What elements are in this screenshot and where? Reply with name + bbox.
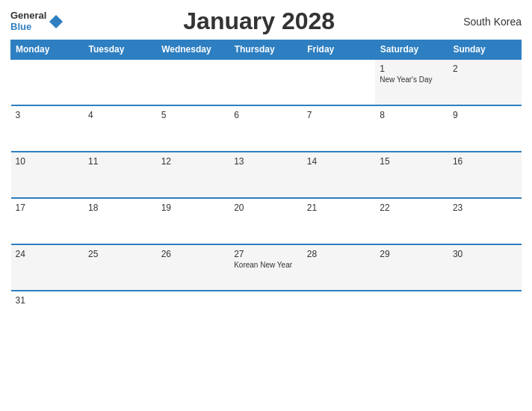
logo-general-text: General <box>10 10 46 21</box>
calendar-cell: 31 <box>11 291 84 337</box>
event-label: New Year's Day <box>380 75 444 84</box>
day-number: 24 <box>16 249 80 259</box>
calendar-cell: 3 <box>11 105 84 152</box>
calendar-cell: 1New Year's Day <box>375 59 448 105</box>
day-number: 30 <box>453 249 517 259</box>
day-number: 10 <box>16 156 80 167</box>
calendar-cell: 7 <box>303 105 376 152</box>
event-label: Korean New Year <box>234 261 298 269</box>
calendar-cell: 30 <box>448 244 522 291</box>
calendar-cell: 14 <box>303 152 376 198</box>
calendar-table: Monday Tuesday Wednesday Thursday Friday… <box>10 40 522 337</box>
day-number: 7 <box>307 110 371 120</box>
calendar-cell <box>448 291 522 337</box>
calendar-cell: 16 <box>448 152 522 198</box>
weekday-tuesday: Tuesday <box>84 40 157 60</box>
day-number: 17 <box>16 203 80 213</box>
calendar-cell <box>229 291 303 337</box>
calendar-cell: 28 <box>303 244 376 291</box>
calendar-body: 1New Year's Day2345678910111213141516171… <box>11 59 522 337</box>
day-number: 1 <box>380 64 444 74</box>
weekday-friday: Friday <box>303 40 376 60</box>
calendar-title: January 2028 <box>64 7 454 35</box>
day-number: 18 <box>88 203 152 213</box>
weekday-sunday: Sunday <box>448 40 522 60</box>
logo-blue-text: Blue <box>10 22 46 32</box>
calendar-cell: 26 <box>157 244 230 291</box>
calendar-cell: 21 <box>303 198 376 244</box>
calendar-cell: 18 <box>84 198 157 244</box>
day-number: 22 <box>380 203 444 213</box>
calendar-cell <box>375 291 448 337</box>
day-number: 2 <box>453 64 517 74</box>
calendar-cell: 10 <box>11 152 84 198</box>
calendar-cell: 20 <box>229 198 303 244</box>
calendar-cell: 12 <box>157 152 230 198</box>
calendar-cell <box>229 59 303 105</box>
day-number: 4 <box>88 110 152 120</box>
logo-icon <box>49 14 64 29</box>
weekday-saturday: Saturday <box>375 40 448 60</box>
calendar-cell <box>84 291 157 337</box>
calendar-cell: 25 <box>84 244 157 291</box>
day-number: 27 <box>234 249 298 259</box>
day-number: 3 <box>16 110 80 120</box>
calendar-cell: 23 <box>448 198 522 244</box>
day-number: 13 <box>234 156 298 167</box>
calendar-cell: 22 <box>375 198 448 244</box>
calendar-cell: 6 <box>229 105 303 152</box>
day-number: 21 <box>307 203 371 213</box>
calendar-cell: 4 <box>84 105 157 152</box>
calendar-header: General Blue January 2028 South Korea <box>10 7 522 35</box>
day-number: 26 <box>161 249 226 259</box>
day-number: 8 <box>380 110 444 120</box>
logo: General Blue <box>10 10 64 32</box>
calendar-cell <box>11 59 84 105</box>
day-number: 14 <box>307 156 371 167</box>
day-number: 29 <box>380 249 444 259</box>
calendar-container: General Blue January 2028 South Korea Mo… <box>0 0 532 411</box>
country-label: South Korea <box>454 16 522 28</box>
weekday-wednesday: Wednesday <box>157 40 230 60</box>
day-number: 23 <box>453 203 517 213</box>
calendar-cell <box>84 59 157 105</box>
calendar-cell <box>303 291 376 337</box>
day-number: 19 <box>161 203 226 213</box>
day-number: 20 <box>234 203 298 213</box>
calendar-header-row: Monday Tuesday Wednesday Thursday Friday… <box>11 40 522 60</box>
day-number: 25 <box>88 249 152 259</box>
weekday-thursday: Thursday <box>229 40 303 60</box>
calendar-cell: 8 <box>375 105 448 152</box>
weekday-monday: Monday <box>11 40 84 60</box>
calendar-cell: 11 <box>84 152 157 198</box>
day-number: 28 <box>307 249 371 259</box>
calendar-cell: 29 <box>375 244 448 291</box>
calendar-cell <box>157 291 230 337</box>
day-number: 31 <box>16 295 80 306</box>
calendar-cell: 2 <box>448 59 522 105</box>
day-number: 16 <box>453 156 517 167</box>
calendar-cell: 13 <box>229 152 303 198</box>
day-number: 11 <box>88 156 152 167</box>
calendar-cell: 15 <box>375 152 448 198</box>
calendar-cell: 24 <box>11 244 84 291</box>
calendar-cell: 17 <box>11 198 84 244</box>
day-number: 6 <box>234 110 298 120</box>
calendar-cell: 9 <box>448 105 522 152</box>
calendar-cell <box>157 59 230 105</box>
day-number: 15 <box>380 156 444 167</box>
day-number: 9 <box>453 110 517 120</box>
calendar-cell: 19 <box>157 198 230 244</box>
calendar-cell <box>303 59 376 105</box>
day-number: 12 <box>161 156 226 167</box>
calendar-cell: 5 <box>157 105 230 152</box>
svg-marker-0 <box>49 15 63 28</box>
day-number: 5 <box>161 110 226 120</box>
calendar-cell: 27Korean New Year <box>229 244 303 291</box>
